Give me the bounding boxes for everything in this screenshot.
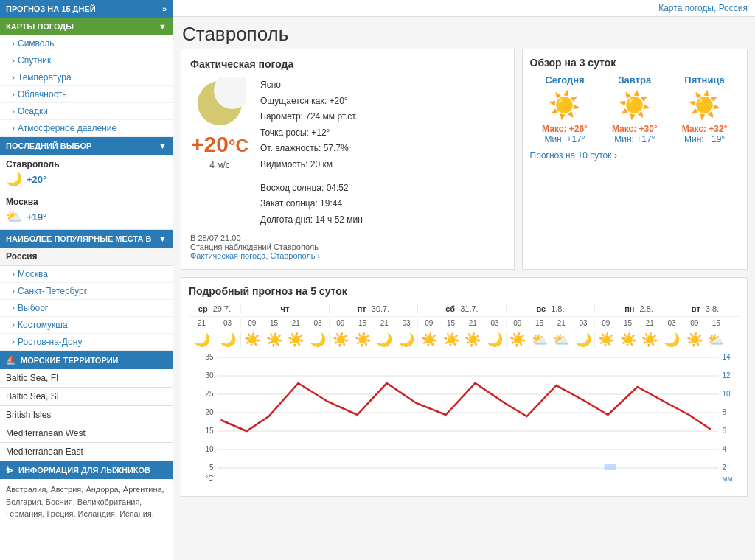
sidebar-item-precipitation[interactable]: Осадки	[0, 103, 173, 120]
sidebar: ПРОГНОЗ НА 15 ДНЕЙ » КАРТЫ ПОГОДЫ ▼ Симв…	[0, 0, 173, 560]
ski-label: ИНФОРМАЦИЯ ДЛЯ ЛЫЖНИКОВ	[18, 466, 150, 475]
slot-21b: 21	[292, 319, 300, 327]
moon-icon-small: 🌙	[6, 171, 22, 187]
icon-чт-15: ☀️	[266, 332, 282, 348]
friday-max: Макс: +32°	[682, 124, 728, 134]
sidebar-item-rostov[interactable]: Ростов-на-Дону	[0, 334, 173, 351]
y-axis-25: 25	[205, 390, 214, 398]
y-axis-r-unit: мм	[723, 475, 733, 483]
y-axis-20: 20	[205, 408, 214, 416]
time-slots-row: 21 03 09 15 21 03 09 15 21 03	[189, 317, 740, 329]
icons-ср: 🌙 🌙	[189, 332, 240, 348]
marine-med-west[interactable]: Mediterranean West	[0, 424, 173, 443]
forecast-header-label: ПРОГНОЗ НА 15 ДНЕЙ	[6, 4, 96, 13]
y-axis-r-10: 10	[723, 390, 731, 398]
boat-icon: ⛵	[6, 355, 16, 365]
y-axis-r-2: 2	[723, 463, 727, 472]
icon-ср-03: 🌙	[220, 332, 236, 348]
current-weather-panel: Фактическая погода	[181, 49, 515, 270]
marine-med-east[interactable]: Mediterranean East	[0, 443, 173, 461]
day-col-вт: вт 3.8.	[683, 304, 727, 313]
sidebar-item-symbols[interactable]: Символы	[0, 35, 173, 52]
last-choice-header: ПОСЛЕДНИЙ ВЫБОР ▼	[0, 137, 173, 155]
day-пт-date: 30.7.	[372, 304, 389, 313]
day-чт-name: чт	[281, 304, 290, 313]
last-choice-weather: 🌙 +20°	[6, 171, 167, 187]
marine-baltic-fi[interactable]: Baltic Sea, FI	[0, 369, 173, 388]
chart-area: 35 30 25 20 15 10 5 °C 14 12 10 8	[189, 350, 740, 489]
temp-line	[221, 383, 711, 431]
last-choice-moscow-name: Москва	[6, 197, 167, 207]
forecast-header[interactable]: ПРОГНОЗ НА 15 ДНЕЙ »	[0, 0, 173, 18]
daylight: Долгота дня: 14 ч 52 мин	[260, 212, 363, 228]
y-axis-r-12: 12	[723, 371, 731, 379]
temp-section: +20 °C 4 м/с	[190, 77, 249, 228]
marine-label: МОРСКИЕ ТЕРРИТОРИИ	[21, 356, 119, 365]
humidity: От. влажность: 57.7%	[260, 141, 363, 157]
temp-value: +20	[191, 132, 229, 157]
y-axis-unit: °C	[205, 475, 213, 483]
sidebar-item-spb[interactable]: Санкт-Петербург	[0, 283, 173, 300]
day-col-сб: сб 31.7.	[417, 304, 506, 313]
overview-title: Обзор на 3 суток	[530, 57, 740, 69]
slots-вс: 09 15 21 03	[506, 319, 594, 327]
last-choice-arrow: ▼	[159, 141, 167, 150]
sidebar-item-temperature[interactable]: Температура	[0, 69, 173, 86]
temperature-chart: 35 30 25 20 15 10 5 °C 14 12 10 8	[192, 350, 736, 486]
top-bar: Карта погоды, Россия	[173, 0, 755, 17]
slot-15: 15	[270, 319, 278, 327]
day-ср-name: ср	[198, 304, 208, 313]
sunset: Закат солнца: 19:44	[260, 196, 363, 212]
10day-link[interactable]: Прогноз на 10 суток ›	[530, 150, 740, 161]
map-link[interactable]: Карта погоды, Россия	[658, 3, 748, 13]
weather-panels: Фактическая погода	[181, 49, 748, 270]
friday-name: Пятница	[682, 74, 728, 85]
day-пн-name: пн	[624, 304, 634, 313]
today-name: Сегодня	[542, 74, 588, 85]
marine-header: ⛵ МОРСКИЕ ТЕРРИТОРИИ	[0, 351, 173, 369]
overview-days: Сегодня ☀️ Макс: +26° Мин: +17° Завтра ☀…	[530, 74, 740, 144]
last-choice-moscow[interactable]: Москва ⛅ +19°	[0, 192, 173, 230]
precip-bar-1	[605, 464, 610, 470]
day-вс-date: 1.8.	[551, 304, 564, 313]
last-choice-temp: +20°	[27, 174, 46, 185]
sidebar-item-pressure[interactable]: Атмосферное давление	[0, 120, 173, 137]
sidebar-item-kostomuksha[interactable]: Костомукша	[0, 317, 173, 334]
marine-british-isles[interactable]: British Isles	[0, 406, 173, 424]
last-choice-moscow-temp: +19°	[27, 211, 46, 223]
today-icon: ☀️	[542, 90, 588, 121]
marine-baltic-se[interactable]: Baltic Sea, SE	[0, 388, 173, 406]
icons-вт: ☀️ ⛅	[683, 332, 727, 348]
day-вт-name: вт	[692, 304, 700, 313]
dew-point: Точка росы: +12°	[260, 125, 363, 141]
precip-bar-2	[610, 464, 616, 470]
slots-сб: 09 15 21 03	[417, 319, 506, 327]
slots-чт: 09 15 21 03	[240, 319, 329, 327]
overview-friday: Пятница ☀️ Макс: +32° Мин: +19°	[682, 74, 728, 144]
ski-header: ⛷ ИНФОРМАЦИЯ ДЛЯ ЛЫЖНИКОВ	[0, 461, 173, 479]
sidebar-item-clouds[interactable]: Облачность	[0, 86, 173, 103]
cloud-icon-small: ⛅	[6, 209, 22, 225]
sidebar-item-satellite[interactable]: Спутник	[0, 52, 173, 69]
main-content: Карта погоды, Россия Ставрополь Фактичес…	[173, 0, 755, 560]
temperature-display: +20 °C	[191, 132, 248, 157]
day-col-чт: чт	[240, 304, 329, 313]
y-axis-r-6: 6	[723, 427, 727, 435]
day-вт-date: 3.8.	[706, 304, 719, 313]
main-body: Фактическая погода	[173, 49, 755, 511]
forecast-days-header: ср 29.7. чт пт 30.7. сб 31.7.	[189, 304, 740, 317]
station-link[interactable]: Фактическая погода, Ставрополь ›	[190, 251, 320, 260]
sidebar-item-moscow[interactable]: Москва	[0, 266, 173, 283]
day-col-пн: пн 2.8.	[594, 304, 683, 313]
weather-info: Ясно Ощущается как: +20° Барометр: 724 м…	[260, 77, 363, 228]
condition: Ясно	[260, 77, 363, 94]
last-choice-stavropol[interactable]: Ставрополь 🌙 +20°	[0, 155, 173, 192]
day-вс-name: вс	[536, 304, 546, 313]
icons-чт: ☀️ ☀️ ☀️ 🌙	[240, 332, 329, 348]
maps-header-label: КАРТЫ ПОГОДЫ	[6, 22, 74, 31]
maps-header[interactable]: КАРТЫ ПОГОДЫ ▼	[0, 18, 173, 35]
temp-unit: °C	[229, 136, 248, 156]
sidebar-item-vyborg[interactable]: Выборг	[0, 300, 173, 317]
y-axis-r-4: 4	[723, 445, 727, 453]
weather-details: Ясно Ощущается как: +20° Барометр: 724 м…	[260, 77, 363, 173]
